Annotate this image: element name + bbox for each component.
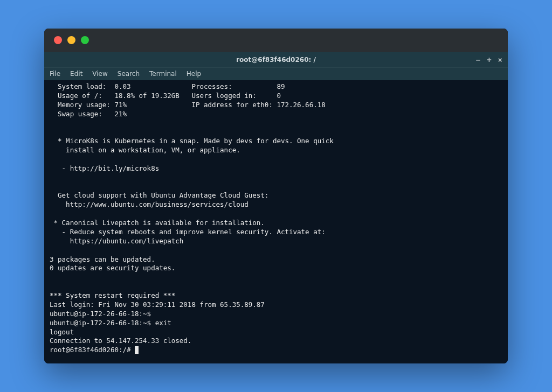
window-maximize-button[interactable]: +: [487, 56, 491, 64]
mac-titlebar: [44, 29, 508, 52]
menu-terminal[interactable]: Terminal: [149, 70, 177, 78]
menu-edit[interactable]: Edit: [70, 70, 82, 78]
terminal-body[interactable]: System load: 0.03 Processes: 89 Usage of…: [44, 80, 508, 363]
cursor-icon: [135, 346, 139, 354]
menu-help[interactable]: Help: [187, 70, 201, 78]
window-controls: − + ×: [476, 56, 502, 64]
menu-bar: File Edit View Search Terminal Help: [44, 67, 508, 80]
menu-view[interactable]: View: [92, 70, 107, 78]
window-close-button[interactable]: ×: [498, 56, 502, 64]
window-titlebar: root@6f83f46d0260: / − + ×: [44, 52, 508, 67]
terminal-window: root@6f83f46d0260: / − + × File Edit Vie…: [44, 29, 508, 363]
menu-search[interactable]: Search: [118, 70, 140, 78]
minimize-icon[interactable]: [67, 36, 75, 44]
window-minimize-button[interactable]: −: [476, 56, 480, 64]
terminal-output: System load: 0.03 Processes: 89 Usage of…: [50, 82, 334, 354]
close-icon[interactable]: [54, 36, 62, 44]
maximize-icon[interactable]: [81, 36, 89, 44]
menu-file[interactable]: File: [50, 70, 60, 78]
window-title: root@6f83f46d0260: /: [236, 56, 316, 64]
